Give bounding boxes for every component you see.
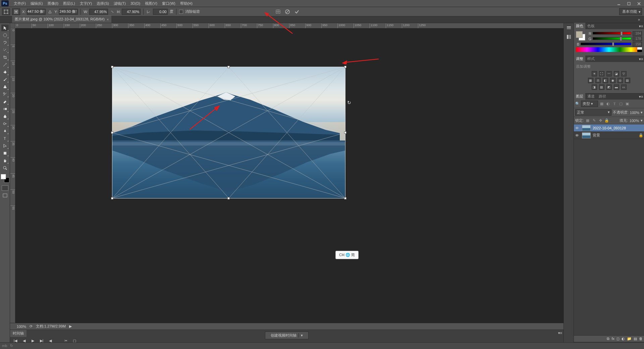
healing-tool[interactable] (1, 69, 9, 75)
color-panel-menu-icon[interactable]: ▾≡ (639, 24, 643, 27)
expand-tabs-icon[interactable]: » (638, 17, 643, 22)
history-brush-tool[interactable] (1, 91, 9, 98)
r-slider[interactable] (593, 32, 631, 35)
pen-tool[interactable] (1, 128, 9, 134)
adjustments-panel-tab[interactable]: 调整 (574, 56, 585, 62)
filter-pixel-icon[interactable]: ▦ (599, 102, 604, 106)
new-group-icon[interactable]: 📁 (627, 337, 632, 341)
color-panel-tab[interactable]: 颜色 (574, 23, 585, 29)
document-info[interactable]: 文档:1.27M/2.99M (36, 324, 66, 329)
brightness-adjust-icon[interactable]: ☀ (592, 71, 597, 76)
bw-adjust-icon[interactable]: ◧ (603, 78, 608, 83)
sync-icon[interactable]: ↻ (10, 344, 15, 348)
magic-wand-tool[interactable] (1, 47, 9, 53)
layer-name[interactable]: 2022-10-04_093128 (593, 126, 643, 130)
blend-mode-select[interactable]: 正常 ▾ (575, 109, 611, 116)
dodge-tool[interactable] (1, 120, 9, 127)
stamp-tool[interactable] (1, 83, 9, 90)
filter-smart-icon[interactable]: ▣ (625, 102, 630, 106)
aspect-link-icon[interactable] (110, 9, 115, 14)
channels-panel-tab[interactable]: 通道 (585, 93, 597, 100)
type-tool[interactable]: T (1, 135, 9, 142)
layers-panel-tab[interactable]: 图层 (574, 93, 585, 100)
menu-layer[interactable]: 图层(L) (61, 0, 77, 7)
opacity-value[interactable]: 100% (630, 111, 639, 115)
layer-row[interactable]: 👁 背景 🔒 (574, 132, 644, 139)
adjust-panel-menu-icon[interactable]: ▾≡ (639, 57, 643, 60)
history-panel-icon[interactable] (566, 25, 572, 31)
close-tab-icon[interactable]: × (107, 17, 109, 21)
lock-position-icon[interactable]: ✥ (598, 118, 603, 123)
menu-window[interactable]: 窗口(W) (160, 0, 178, 7)
vertical-ruler[interactable]: 0510152025303540455055 (10, 28, 15, 342)
new-fill-icon[interactable]: ◐ (622, 337, 625, 341)
gradient-map-adjust-icon[interactable]: ▬ (614, 84, 619, 90)
layers-panel-menu-icon[interactable]: ▾≡ (639, 95, 643, 98)
filter-adjust-icon[interactable]: ◐ (605, 102, 611, 106)
shape-tool[interactable] (1, 150, 9, 157)
timeline-tab[interactable]: 时间轴 (10, 330, 26, 337)
link-layers-icon[interactable]: ⧉ (607, 337, 609, 341)
angle-input[interactable] (153, 9, 168, 15)
paths-panel-tab[interactable]: 路径 (597, 93, 608, 100)
menu-3d[interactable]: 3D(D) (128, 0, 143, 6)
brush-tool[interactable] (1, 76, 9, 83)
selective-color-adjust-icon[interactable]: ▭ (621, 84, 627, 90)
timeline-menu-icon[interactable]: ▾≡ (558, 331, 562, 335)
antialias-checkbox[interactable] (179, 10, 183, 14)
menu-edit[interactable]: 编辑(E) (28, 0, 45, 7)
lookup-adjust-icon[interactable]: ▤ (625, 78, 630, 83)
maximize-button[interactable] (624, 0, 634, 7)
filter-search-icon[interactable]: 🔍 (575, 102, 580, 106)
warp-mode-icon[interactable] (274, 8, 282, 15)
reference-point-icon[interactable] (12, 8, 20, 15)
filter-type-select[interactable]: 类型 ▾ (581, 101, 598, 107)
commit-transform-icon[interactable] (293, 8, 301, 15)
y-input[interactable] (59, 9, 78, 15)
mixer-adjust-icon[interactable]: ◎ (618, 78, 623, 83)
document-tab[interactable]: 图片素材.jpeg @ 100% (2022-10-04_093128, RGB… (12, 15, 111, 23)
lasso-tool[interactable] (1, 39, 9, 46)
delta-icon[interactable] (48, 9, 52, 14)
photo-filter-adjust-icon[interactable]: ◉ (610, 78, 615, 83)
layer-visibility-icon[interactable]: 👁 (575, 133, 580, 137)
menu-view[interactable]: 视图(V) (143, 0, 160, 7)
eyedropper-tool[interactable] (1, 61, 9, 68)
g-value[interactable]: 178 (633, 37, 642, 41)
new-layer-icon[interactable]: ▤ (634, 337, 637, 341)
zoom-tool[interactable] (1, 165, 9, 171)
status-refresh-icon[interactable]: ⟳ (30, 324, 33, 329)
curves-adjust-icon[interactable]: 〰 (606, 71, 612, 76)
lock-all-icon[interactable]: 🔒 (604, 118, 609, 123)
lock-pixels-icon[interactable]: ✎ (592, 118, 596, 123)
layer-mask-icon[interactable]: ◻ (616, 337, 620, 341)
menu-select[interactable]: 选择(S) (94, 0, 111, 7)
fill-value[interactable]: 100% (630, 119, 639, 123)
menu-image[interactable]: 图像(I) (45, 0, 61, 7)
color-spectrum[interactable] (576, 47, 642, 52)
cancel-transform-icon[interactable] (284, 8, 291, 15)
b-slider[interactable] (581, 43, 631, 46)
r-value[interactable]: 184 (633, 31, 642, 36)
g-slider[interactable] (593, 37, 631, 41)
eraser-tool[interactable] (1, 98, 9, 105)
marquee-tool[interactable] (1, 32, 9, 39)
ruler-origin[interactable] (10, 23, 15, 28)
menu-type[interactable]: 文字(Y) (77, 0, 95, 7)
horizontal-ruler[interactable]: 0501001502002503003504004505005506006507… (15, 23, 564, 28)
styles-panel-tab[interactable]: 样式 (585, 56, 597, 62)
balance-adjust-icon[interactable]: ⚖ (595, 78, 601, 83)
delete-layer-icon[interactable]: 🗑 (639, 337, 643, 341)
blur-tool[interactable] (1, 113, 9, 120)
zoom-level[interactable]: 100% (12, 325, 26, 329)
threshold-adjust-icon[interactable]: ◩ (606, 84, 612, 90)
menu-help[interactable]: 帮助(H) (178, 0, 195, 7)
canvas[interactable]: ↻ (15, 28, 564, 323)
move-tool[interactable] (1, 24, 9, 31)
swatches-panel-tab[interactable]: 色板 (585, 23, 597, 29)
lock-transparency-icon[interactable]: ▦ (585, 118, 590, 123)
color-preview-swatch[interactable] (576, 31, 585, 41)
transform-tool-icon[interactable] (2, 8, 10, 15)
gradient-tool[interactable] (1, 106, 9, 112)
vibrance-adjust-icon[interactable]: ▽ (621, 71, 627, 76)
